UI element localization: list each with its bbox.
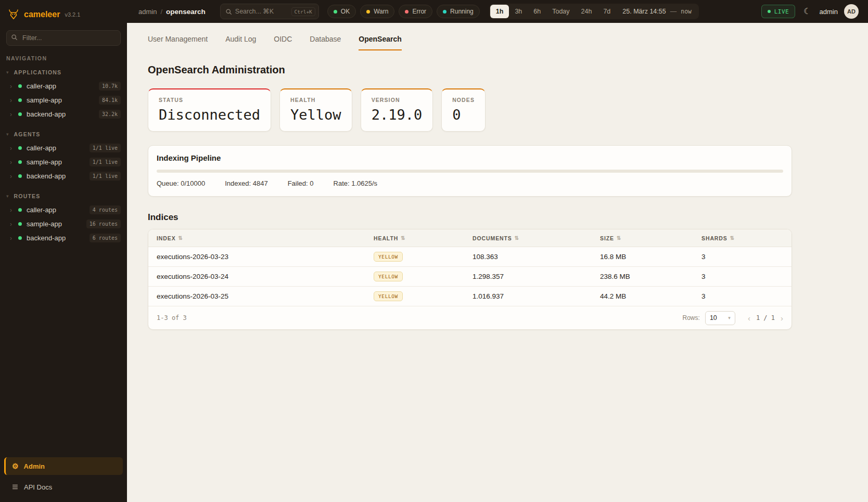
stat-card-nodes: NODES 0 <box>441 88 486 132</box>
table-footer: 1-3 of 3 Rows: 10 ▾ ‹ 1 / 1 › <box>148 306 792 329</box>
time-range-1h[interactable]: 1h <box>490 5 509 18</box>
tab-audit-log[interactable]: Audit Log <box>225 35 256 50</box>
column-header-size[interactable]: SIZE⇅ <box>592 235 693 241</box>
dark-mode-toggle[interactable]: ☾ <box>801 6 813 17</box>
column-header-index[interactable]: INDEX⇅ <box>148 235 365 241</box>
sidebar-item-badge: 1/1 live <box>90 172 121 181</box>
filter-pill-error[interactable]: Error <box>399 5 432 18</box>
health-cell: YELLOW <box>365 252 464 262</box>
sidebar-item-admin[interactable]: ⚙ Admin <box>4 457 123 475</box>
pill-label: Warn <box>374 8 388 15</box>
status-dot <box>18 98 22 102</box>
section-header-routes[interactable]: ▾ ROUTES <box>0 191 127 203</box>
filter-pill-running[interactable]: Running <box>437 5 480 18</box>
sidebar-item-caller-app[interactable]: › caller-app 10.7k <box>0 79 127 93</box>
section-header-agents[interactable]: ▾ AGENTS <box>0 130 127 141</box>
chevron-down-icon: ▾ <box>6 194 9 199</box>
sidebar-item-badge: 4 routes <box>90 205 121 214</box>
sort-icon[interactable]: ⇅ <box>730 235 735 241</box>
column-header-health[interactable]: HEALTH⇅ <box>365 235 464 241</box>
filter-pill-warn[interactable]: Warn <box>360 5 394 18</box>
date-range-display[interactable]: 25. März 14:55 — now <box>616 8 698 15</box>
main-area: admin / opensearch Ctrl+K OK Warn Error <box>127 0 868 502</box>
table-row[interactable]: executions-2026-03-24 YELLOW 1.298.357 2… <box>148 267 792 287</box>
user-name: admin <box>820 8 838 16</box>
table-header-row: INDEX⇅ HEALTH⇅ DOCUMENTS⇅ SIZE⇅ SHARDS⇅ <box>148 229 792 247</box>
time-range-24h[interactable]: 24h <box>576 5 598 18</box>
prev-page-button[interactable]: ‹ <box>748 314 750 322</box>
health-badge: YELLOW <box>374 252 403 262</box>
pipeline-stat-indexed: Indexed: 4847 <box>225 179 267 187</box>
column-header-shards[interactable]: SHARDS⇅ <box>693 235 792 241</box>
chevron-right-icon: › <box>10 221 14 227</box>
live-label: LIVE <box>774 8 789 15</box>
rows-per-page-value: 10 <box>710 314 717 321</box>
time-range-6h[interactable]: 6h <box>528 5 546 18</box>
sidebar-item-label: sample-app <box>27 158 85 166</box>
filter-input[interactable] <box>6 30 121 46</box>
size-cell: 238.6 MB <box>592 273 693 280</box>
sidebar-item-label: sample-app <box>27 96 94 104</box>
app-logo[interactable]: cameleer v3.2.1 <box>0 0 127 26</box>
section-header-applications[interactable]: ▾ APPLICATIONS <box>0 68 127 79</box>
time-range-today[interactable]: Today <box>546 5 575 18</box>
sidebar-footer: ⚙ Admin API Docs <box>0 452 127 502</box>
chevron-right-icon: › <box>10 173 14 179</box>
sidebar-item-api-docs[interactable]: API Docs <box>4 479 123 495</box>
breadcrumb-admin[interactable]: admin <box>138 8 157 16</box>
sidebar-item-caller-app-routes[interactable]: › caller-app 4 routes <box>0 203 127 217</box>
tab-opensearch[interactable]: OpenSearch <box>359 35 401 50</box>
tab-oidc[interactable]: OIDC <box>274 35 292 50</box>
breadcrumb-separator: / <box>160 8 162 16</box>
chevron-right-icon: › <box>10 159 14 165</box>
admin-label: Admin <box>24 462 45 470</box>
sidebar-item-badge: 10.7k <box>99 82 121 91</box>
sidebar-item-backend-app[interactable]: › backend-app 32.2k <box>0 107 127 121</box>
health-badge: YELLOW <box>374 272 403 281</box>
documents-cell: 1.016.937 <box>464 292 592 300</box>
sidebar-item-backend-app-agent[interactable]: › backend-app 1/1 live <box>0 169 127 183</box>
live-toggle[interactable]: LIVE <box>761 5 796 18</box>
filter-pill-ok[interactable]: OK <box>327 5 356 18</box>
sort-icon[interactable]: ⇅ <box>401 235 405 241</box>
stat-value: 2.19.0 <box>372 107 423 123</box>
sort-icon[interactable]: ⇅ <box>515 235 519 241</box>
status-filter-group: OK Warn Error Running <box>327 5 480 18</box>
chevron-right-icon: › <box>10 83 14 89</box>
sidebar-item-badge: 1/1 live <box>90 158 121 166</box>
sort-icon[interactable]: ⇅ <box>178 235 183 241</box>
time-range-3h[interactable]: 3h <box>509 5 528 18</box>
tab-database[interactable]: Database <box>310 35 341 50</box>
sidebar-section-applications: ▾ APPLICATIONS › caller-app 10.7k › samp… <box>0 68 127 121</box>
pipeline-title: Indexing Pipeline <box>157 153 783 162</box>
tab-user-management[interactable]: User Management <box>148 35 208 50</box>
indices-heading: Indices <box>148 212 847 223</box>
stat-card-status: STATUS Disconnected <box>148 88 271 132</box>
section-title: AGENTS <box>14 131 41 137</box>
user-avatar[interactable]: AD <box>844 4 859 19</box>
sidebar-item-backend-app-routes[interactable]: › backend-app 6 routes <box>0 231 127 245</box>
sidebar-item-sample-app-routes[interactable]: › sample-app 16 routes <box>0 217 127 231</box>
table-row[interactable]: executions-2026-03-25 YELLOW 1.016.937 4… <box>148 287 792 306</box>
column-header-documents[interactable]: DOCUMENTS⇅ <box>464 235 592 241</box>
global-search[interactable]: Ctrl+K <box>220 4 319 19</box>
shards-cell: 3 <box>693 292 792 300</box>
chevron-right-icon: › <box>10 145 14 151</box>
sidebar-filter <box>6 30 121 46</box>
chevron-right-icon: › <box>10 97 14 104</box>
sort-icon[interactable]: ⇅ <box>617 235 621 241</box>
sidebar-item-label: caller-app <box>27 206 85 214</box>
search-input[interactable] <box>235 8 288 15</box>
status-dot <box>18 160 22 164</box>
rows-per-page-select[interactable]: 10 ▾ <box>705 311 735 325</box>
sidebar-item-sample-app-agent[interactable]: › sample-app 1/1 live <box>0 155 127 169</box>
time-range-7d[interactable]: 7d <box>597 5 616 18</box>
app-name: cameleer <box>24 10 60 19</box>
next-page-button[interactable]: › <box>781 314 783 322</box>
sidebar-item-caller-app-agent[interactable]: › caller-app 1/1 live <box>0 141 127 155</box>
status-dot <box>18 208 22 212</box>
sidebar-item-label: backend-app <box>27 172 85 180</box>
sidebar-item-sample-app[interactable]: › sample-app 84.1k <box>0 93 127 107</box>
index-name-cell: executions-2026-03-25 <box>148 292 365 300</box>
table-row[interactable]: executions-2026-03-23 YELLOW 108.363 16.… <box>148 247 792 267</box>
